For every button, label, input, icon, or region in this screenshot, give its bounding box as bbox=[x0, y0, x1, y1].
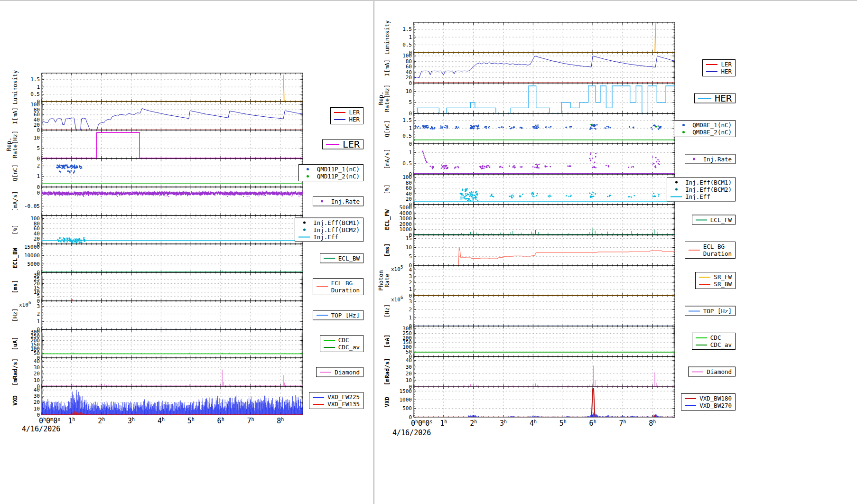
svg-text:300: 300 bbox=[30, 329, 40, 335]
legend-label: SR_FW bbox=[714, 273, 732, 280]
legend-entry: LER bbox=[706, 61, 732, 68]
legend-entry: Inj.Rate bbox=[689, 156, 732, 163]
svg-text:30: 30 bbox=[406, 364, 412, 370]
legend-ler: LERHER bbox=[702, 59, 736, 76]
series-layer bbox=[414, 366, 675, 387]
x-tick-label: 5h bbox=[187, 417, 195, 425]
legend-label: Inj.Eff(BCM1) bbox=[685, 179, 732, 186]
svg-text:0.5: 0.5 bbox=[402, 133, 412, 139]
axis-ticks bbox=[414, 205, 675, 235]
gridlines bbox=[414, 144, 675, 174]
svg-text:3: 3 bbox=[409, 299, 412, 305]
axis-scale-label: x106 bbox=[19, 300, 31, 308]
series-layer bbox=[71, 299, 74, 301]
subplot-frame bbox=[42, 358, 303, 386]
series-layer bbox=[42, 353, 303, 354]
subplot-frame bbox=[42, 244, 303, 272]
legend-ecl-bw: ECL_BW bbox=[320, 253, 363, 263]
y-tick-labels: 0123 bbox=[37, 303, 40, 333]
legend-label: QMD8E_2(nC) bbox=[692, 129, 732, 136]
svg-text:2: 2 bbox=[37, 163, 40, 169]
svg-text:1.5: 1.5 bbox=[402, 117, 412, 123]
y-tick-labels: 012 bbox=[37, 163, 40, 190]
y-axis-label: ECL_BW bbox=[12, 248, 19, 269]
x-tick-label: 5h bbox=[559, 419, 567, 428]
subplot-frame bbox=[414, 53, 675, 83]
subplot-frame bbox=[414, 296, 675, 326]
qmd11p_1(nc)-swatch bbox=[302, 168, 314, 170]
x-tick-label: 4h bbox=[530, 419, 537, 428]
ecl_bw-swatch bbox=[324, 258, 335, 259]
gridlines bbox=[414, 356, 675, 387]
svg-text:3: 3 bbox=[409, 273, 412, 280]
legend-label: SR_BW bbox=[714, 280, 732, 288]
legend-entry: Inj.Rate bbox=[317, 198, 360, 205]
legend-entry: HER bbox=[698, 95, 732, 102]
svg-text:5000: 5000 bbox=[28, 261, 40, 267]
legend-inj-rate: Inj.Rate bbox=[685, 154, 736, 164]
her-swatch bbox=[698, 98, 711, 99]
inj.rate-swatch bbox=[689, 158, 700, 160]
x-axis-labels: 0h0m0s1h2h3h4h5h6h7h8h bbox=[411, 419, 656, 428]
gridlines bbox=[42, 159, 303, 187]
series-ecl-bg-duration bbox=[458, 247, 675, 265]
series-layer bbox=[42, 109, 303, 131]
series-luminosity bbox=[42, 75, 303, 101]
x-tick-label: 7h bbox=[247, 417, 254, 425]
subplot-frame bbox=[42, 159, 303, 187]
svg-text:10: 10 bbox=[34, 135, 40, 141]
x-tick-label: 2h bbox=[470, 419, 477, 428]
axis-ticks bbox=[414, 22, 675, 53]
y-axis-label: [mRad/s] bbox=[384, 358, 391, 385]
legend-entry: Inj.Eff(BCM1) bbox=[671, 179, 732, 186]
svg-text:20: 20 bbox=[34, 399, 40, 405]
legend-entry: QMD11P_2(nC) bbox=[302, 173, 360, 180]
legend-entry: Inj.Eff(BCM2) bbox=[671, 186, 732, 193]
legend-inj-eff-bcm1-: Inj.Eff(BCM1)Inj.Eff(BCM2)Inj.Eff bbox=[667, 177, 736, 202]
x-tick-label: 6h bbox=[589, 419, 596, 428]
svg-text:1.5: 1.5 bbox=[402, 26, 412, 32]
legend-label: VXD_FW135 bbox=[327, 401, 360, 408]
svg-text:0.5: 0.5 bbox=[30, 91, 40, 97]
svg-text:60: 60 bbox=[406, 64, 412, 70]
qmd11p_2(nc)-swatch bbox=[302, 175, 314, 177]
svg-text:1000: 1000 bbox=[400, 397, 412, 403]
legend-cdc: CDCCDC_av bbox=[320, 335, 363, 352]
legend-top-hz-: TOP [Hz] bbox=[685, 306, 736, 316]
axis-ticks bbox=[42, 187, 303, 215]
svg-text:80: 80 bbox=[406, 180, 412, 186]
legend-diamond: Diamond bbox=[316, 367, 363, 377]
svg-text:5: 5 bbox=[409, 99, 412, 105]
x-axis-labels: 0h0m0s1h2h3h4h5h6h7h8h bbox=[39, 417, 284, 425]
subplot-frame bbox=[42, 130, 303, 159]
ecl-bg-swatch bbox=[317, 286, 328, 287]
cdc_av-swatch bbox=[324, 347, 335, 348]
gridlines bbox=[414, 235, 675, 265]
svg-text:500: 500 bbox=[402, 405, 412, 411]
legend-entry: LER bbox=[334, 109, 360, 116]
x-tick-label: 2h bbox=[98, 417, 105, 425]
axis-ticks bbox=[42, 358, 303, 386]
svg-text:15000: 15000 bbox=[24, 244, 40, 250]
series-rep.rate-her bbox=[414, 86, 675, 113]
y-axis-label: [%] bbox=[384, 184, 391, 195]
subplot-5: 020406080100[%] bbox=[384, 174, 675, 208]
subplot-frame bbox=[414, 83, 675, 113]
series-qmd11p_1 bbox=[56, 164, 82, 174]
legend-entry: VXD_FW225 bbox=[313, 393, 360, 401]
subplot-4: 00.51[mA/s] bbox=[384, 144, 675, 177]
y-axis-label: [Hz] bbox=[12, 308, 19, 322]
subplot-3: 012Q[nC] bbox=[12, 159, 303, 190]
legend-label: HER bbox=[721, 68, 732, 75]
gridlines bbox=[42, 130, 303, 159]
y-tick-labels: 01234 bbox=[409, 267, 412, 299]
svg-text:40: 40 bbox=[406, 69, 412, 75]
ler-swatch bbox=[326, 144, 339, 145]
svg-text:40: 40 bbox=[34, 387, 40, 393]
legend-label: ECL BGDuration bbox=[703, 243, 732, 257]
legend-entry: ECL BGDuration bbox=[317, 280, 360, 294]
legend-label: CDC_av bbox=[710, 341, 732, 348]
legend-label: HER bbox=[349, 116, 360, 123]
y-axis-label: [mRad/s] bbox=[12, 358, 19, 386]
gridlines bbox=[414, 265, 675, 296]
